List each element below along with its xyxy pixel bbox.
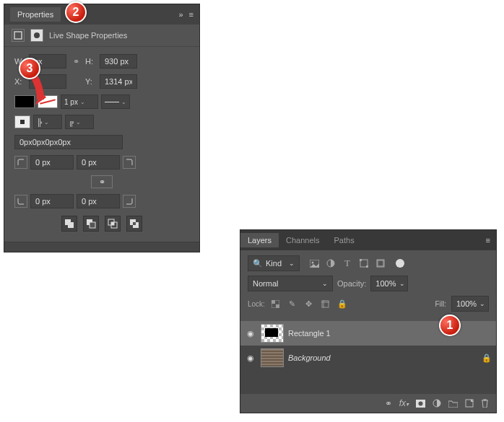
opacity-select[interactable]: 100%⌄ — [370, 276, 408, 291]
svg-rect-24 — [322, 301, 329, 307]
callout-1: 1 — [439, 315, 461, 336]
corner-bl-input[interactable] — [30, 194, 74, 208]
trash-icon[interactable] — [481, 399, 489, 408]
tab-paths[interactable]: Paths — [327, 233, 362, 247]
properties-subheader: Live Shape Properties — [4, 25, 199, 47]
svg-rect-2 — [20, 120, 25, 124]
tab-layers[interactable]: Layers — [240, 233, 279, 247]
lock-all-icon[interactable]: 🔒 — [336, 298, 348, 309]
svg-rect-12 — [133, 222, 136, 225]
align-icon[interactable] — [14, 115, 30, 128]
opacity-label: Opacity: — [337, 279, 366, 288]
callout-2: 2 — [65, 1, 87, 23]
corner-tr-icon — [123, 156, 136, 169]
corner-br-icon — [123, 195, 136, 208]
fill-label: Fill: — [435, 300, 446, 308]
corner-summary-input[interactable] — [14, 135, 123, 149]
layer-thumbnail[interactable] — [261, 324, 284, 343]
blend-mode-select[interactable]: Normal⌄ — [248, 276, 333, 291]
svg-rect-9 — [111, 222, 114, 225]
svg-rect-17 — [360, 259, 362, 261]
tab-channels[interactable]: Channels — [279, 233, 326, 247]
corner-tl-input[interactable] — [30, 155, 74, 170]
layer-name[interactable]: Rectangle 1 — [288, 329, 331, 338]
properties-header: Properties » ≡ — [4, 4, 199, 25]
filter-shape-icon[interactable] — [358, 258, 370, 269]
link-layers-icon[interactable]: ⚭ — [385, 398, 392, 408]
layer-name[interactable]: Background — [288, 353, 331, 362]
search-icon: 🔍 — [253, 259, 263, 268]
svg-rect-6 — [90, 222, 95, 228]
lock-artboard-icon[interactable] — [320, 298, 331, 309]
fx-icon[interactable]: fx▾ — [399, 398, 409, 408]
properties-panel: Properties » ≡ Live Shape Properties W: … — [4, 4, 200, 252]
corner-br-input[interactable] — [77, 194, 120, 208]
height-input[interactable] — [100, 54, 137, 69]
svg-rect-23 — [276, 304, 279, 308]
svg-rect-22 — [271, 300, 275, 304]
layers-menu-icon[interactable]: ≡ — [480, 236, 496, 245]
corner-tl-icon — [14, 156, 27, 169]
svg-rect-0 — [14, 32, 22, 39]
group-icon[interactable] — [448, 400, 458, 408]
callout-3: 3 — [19, 58, 40, 79]
panel-menu-icon[interactable]: ≡ — [189, 10, 194, 19]
link-corners-icon[interactable]: ⚭ — [91, 175, 113, 188]
layer-row-background[interactable]: ◉ Background 🔒 — [240, 346, 496, 370]
layers-header: Layers Channels Paths ≡ — [240, 230, 496, 250]
layer-thumbnail[interactable] — [261, 348, 284, 367]
y-label: Y: — [85, 77, 97, 86]
stroke-style-select[interactable]: ⌄ — [101, 94, 130, 109]
svg-rect-20 — [378, 260, 383, 266]
svg-point-28 — [419, 401, 423, 405]
cap-select[interactable]: ╠⌄ — [33, 115, 62, 129]
corner-bl-icon — [14, 195, 27, 208]
path-operations — [14, 216, 189, 232]
link-wh-icon[interactable]: ⚭ — [69, 57, 82, 66]
new-layer-icon[interactable] — [465, 399, 474, 408]
layer-kind-select[interactable]: 🔍 Kind ⌄ — [248, 255, 300, 271]
x-label: X: — [14, 77, 26, 86]
svg-point-14 — [311, 261, 313, 263]
svg-rect-4 — [68, 222, 74, 228]
filter-toggle[interactable] — [396, 259, 404, 268]
filter-smart-icon[interactable] — [375, 258, 386, 269]
filter-type-icon[interactable]: T — [342, 258, 353, 269]
lock-move-icon[interactable]: ✥ — [303, 298, 315, 309]
lock-trans-icon[interactable] — [270, 298, 282, 309]
y-input[interactable] — [100, 74, 137, 89]
fill-select[interactable]: 100%⌄ — [451, 296, 489, 312]
stroke-width-select[interactable]: 1 px⌄ — [61, 94, 98, 109]
visibility-icon[interactable]: ◉ — [245, 353, 256, 363]
svg-rect-18 — [366, 265, 368, 268]
layers-footer: ⚭ fx▾ — [240, 393, 496, 413]
mask-icon[interactable] — [30, 29, 43, 42]
shape-outline-icon[interactable] — [12, 29, 25, 42]
filter-adjust-icon[interactable] — [325, 258, 336, 269]
adjustment-icon[interactable] — [433, 399, 441, 408]
collapse-icon[interactable]: » — [178, 10, 183, 19]
path-intersect-icon[interactable] — [105, 216, 121, 232]
join-select[interactable]: ╔⌄ — [65, 115, 94, 129]
filter-image-icon[interactable] — [308, 258, 320, 269]
svg-point-1 — [34, 32, 40, 38]
properties-tab[interactable]: Properties — [10, 7, 61, 22]
layer-controls: 🔍 Kind ⌄ T Normal⌄ Opacity: 100%⌄ — [240, 250, 496, 321]
lock-paint-icon[interactable]: ✎ — [287, 298, 298, 309]
corner-tr-input[interactable] — [77, 155, 120, 170]
height-label: H: — [85, 57, 97, 66]
path-unite-icon[interactable] — [61, 216, 77, 232]
path-exclude-icon[interactable] — [126, 216, 142, 232]
lock-icon[interactable]: 🔒 — [482, 353, 492, 363]
lock-label: Lock: — [248, 300, 265, 308]
visibility-icon[interactable]: ◉ — [245, 329, 256, 338]
chevron-down-icon: ⌄ — [289, 260, 295, 267]
path-subtract-icon[interactable] — [83, 216, 99, 232]
chevron-down-icon: ⌄ — [80, 99, 85, 105]
properties-subtitle: Live Shape Properties — [49, 31, 127, 40]
mask-icon[interactable] — [416, 400, 425, 408]
